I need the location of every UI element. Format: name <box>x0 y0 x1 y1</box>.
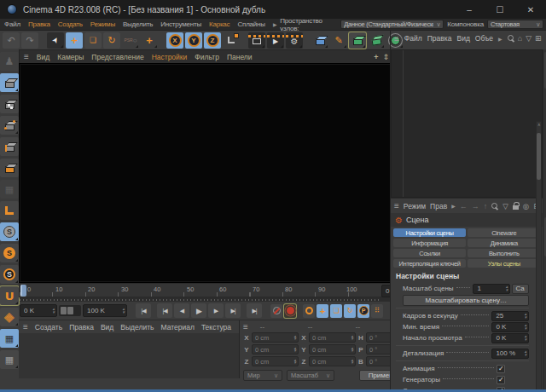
tab-execute[interactable]: Выполнить <box>468 249 540 257</box>
menu-overflow-icon[interactable]: ▶ <box>451 203 456 209</box>
om-menu-edit[interactable]: Правка <box>427 34 452 43</box>
menu-edit[interactable]: Правка <box>28 20 50 28</box>
add-primitive-button[interactable] <box>311 32 328 49</box>
next-frame-button[interactable]: ▶ <box>208 303 224 318</box>
texture-mode-button[interactable] <box>0 95 19 113</box>
parent-object-icon[interactable]: ↑ <box>484 202 488 210</box>
tab-scene-settings[interactable]: Настройки сцены <box>393 228 466 237</box>
filter-icon[interactable]: ▽ <box>526 34 531 43</box>
lock-icon[interactable] <box>513 205 519 210</box>
menu-modes[interactable]: Режимы <box>90 20 115 28</box>
quantize-grid-button[interactable]: ▦ <box>0 308 19 326</box>
vp-menu-options[interactable]: Настройки <box>152 53 188 61</box>
lock-grid-button[interactable]: ▦ <box>0 329 19 348</box>
scene-scale-field[interactable]: 1 ▴▾ <box>473 284 510 294</box>
object-manager-area[interactable] <box>391 49 543 198</box>
menu-tools[interactable]: Инструменты <box>160 20 201 28</box>
am-menu-edit[interactable]: Прав <box>430 202 447 210</box>
mm-menu-material[interactable]: Материал <box>160 323 194 331</box>
history-forward-icon[interactable]: → <box>472 202 479 210</box>
point-level-animation-toggle[interactable]: ⠿ <box>371 304 383 318</box>
rotation-header[interactable]: -- <box>356 323 395 331</box>
scroll-up-icon[interactable]: ∧ <box>537 122 541 127</box>
lod-field[interactable]: 100 % ▴▾ <box>491 349 529 359</box>
hamburger-icon[interactable]: ≡ <box>394 201 399 210</box>
live-selection-button[interactable]: ➤ <box>47 32 64 49</box>
magnet-tool-button[interactable]: U <box>0 286 19 305</box>
next-key-button[interactable]: ▶| <box>225 303 241 318</box>
snap-3d-button[interactable]: S <box>0 265 19 284</box>
spinner-down-icon[interactable]: ▾ <box>52 311 55 314</box>
menu-overflow-icon[interactable]: ▶ <box>498 36 502 42</box>
history-back-icon[interactable]: ← <box>460 202 468 210</box>
menu-select[interactable]: Выделить <box>123 20 153 28</box>
pos-y-field[interactable]: 0 cm▴▾ <box>252 344 299 355</box>
scale-scene-button[interactable]: Масштабировать сцену… <box>403 295 529 306</box>
add-spline-button[interactable]: ✎ <box>330 32 347 49</box>
lock-z-axis-button[interactable]: Z <box>204 32 221 49</box>
rotate-grid-button[interactable]: ▦ <box>0 350 19 369</box>
space-dropdown[interactable]: Мир ∨ <box>243 370 282 381</box>
model-mode-button[interactable] <box>0 73 19 92</box>
scale-tool-button[interactable]: ❏ <box>84 32 102 49</box>
key-scale-toggle[interactable]: ❏ <box>330 304 342 318</box>
mm-menu-view[interactable]: Вид <box>101 323 113 331</box>
prev-key-button[interactable]: |◀ <box>157 303 172 318</box>
om-menu-objects[interactable]: Объе <box>475 34 493 43</box>
pos-z-field[interactable]: 0 cm▴▾ <box>252 356 299 366</box>
key-parameter-toggle[interactable]: P <box>357 304 369 318</box>
position-header[interactable]: -- <box>260 323 299 331</box>
scene-scale-unit-button[interactable]: Ca <box>512 284 529 294</box>
animation-checkbox[interactable]: ✓ <box>497 365 505 373</box>
snap-enable-button[interactable]: S <box>0 222 19 241</box>
points-mode-button[interactable] <box>0 116 19 135</box>
hamburger-icon[interactable]: ≡ <box>23 322 28 331</box>
vp-menu-panel[interactable]: Панели <box>227 53 253 61</box>
om-menu-view[interactable]: Вид <box>456 34 469 43</box>
timeline-ruler[interactable]: 0 10 20 30 40 50 60 70 80 90 100 0 K <box>19 283 416 297</box>
preview-start-field[interactable]: 0 K ▴▾ <box>491 333 529 343</box>
render-settings-button[interactable]: ⚙ <box>286 32 303 49</box>
coordinate-system-button[interactable] <box>223 32 240 49</box>
play-button[interactable]: ▶ <box>191 303 206 318</box>
prev-frame-button[interactable]: ◀ <box>174 303 189 318</box>
generators-checkbox[interactable]: ✓ <box>497 376 505 384</box>
viewport-canvas[interactable] <box>19 63 416 283</box>
om-menu-file[interactable]: Файл <box>404 34 422 43</box>
add-layer-icon[interactable]: ⊞ <box>535 34 542 43</box>
lock-x-axis-button[interactable]: X <box>166 32 183 49</box>
hamburger-icon[interactable]: ≡ <box>24 52 29 61</box>
fps-field[interactable]: 25 ▴▾ <box>491 311 529 321</box>
tab-key-interpolation[interactable]: Интерполяция ключей <box>393 259 466 268</box>
vertical-scrollbar[interactable]: ∧ ∨ <box>536 121 542 392</box>
preview-range-slider[interactable] <box>59 305 81 316</box>
render-to-picture-viewer-button[interactable]: ▶ <box>267 32 284 49</box>
search-icon[interactable] <box>508 35 514 42</box>
pos-x-field[interactable]: 0 cm▴▾ <box>252 332 299 343</box>
vp-menu-view[interactable]: Вид <box>37 53 49 61</box>
node-space-dropdown[interactable]: Данное (Стандартный/Физический) ∨ <box>340 20 444 29</box>
move-tool-button[interactable]: + <box>66 32 83 49</box>
menu-file[interactable]: Файл <box>4 20 20 28</box>
goto-start-button[interactable]: |◀ <box>136 303 151 318</box>
size-header[interactable]: -- <box>308 323 347 331</box>
am-menu-mode[interactable]: Режим <box>404 202 426 210</box>
menu-create[interactable]: Создать <box>58 20 83 28</box>
hamburger-icon[interactable]: ≡ <box>243 322 248 331</box>
subdivision-surface-button[interactable] <box>349 32 366 49</box>
end-frame-field[interactable]: 100 K ▴▾ <box>83 304 127 317</box>
key-position-toggle[interactable]: + <box>317 304 328 318</box>
mode-dropdown[interactable]: Масштаб ∨ <box>287 370 334 381</box>
tab-info[interactable]: Информация <box>393 239 466 247</box>
mm-menu-create[interactable]: Создать <box>35 323 62 331</box>
menu-mesh[interactable]: Каркас <box>209 20 229 28</box>
polygons-mode-button[interactable] <box>0 159 19 177</box>
min-time-field[interactable]: 0 K ▴▾ <box>491 322 529 332</box>
expand-arrow-icon[interactable]: ▶ <box>273 21 276 27</box>
scroll-thumb[interactable] <box>537 133 541 180</box>
size-y-field[interactable]: 0 cm▴▾ <box>309 344 356 355</box>
home-path-icon[interactable]: ⌂ <box>518 34 522 43</box>
undo-button[interactable]: ↶ <box>3 32 20 49</box>
pan-view-icon[interactable]: + <box>374 53 378 61</box>
model-figure-mode-button[interactable]: ♟ <box>0 52 19 71</box>
